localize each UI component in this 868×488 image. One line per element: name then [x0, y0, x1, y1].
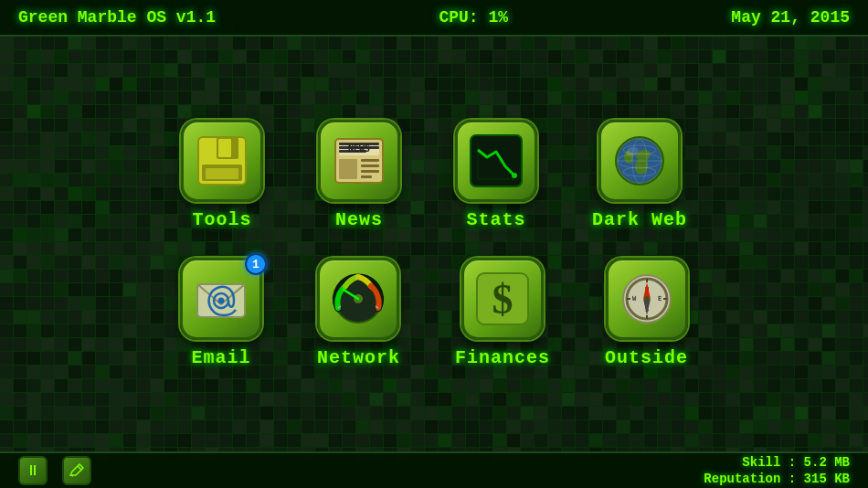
- news-icon-box: NEWS: [318, 120, 400, 202]
- skill-stat: Skill : 5.2 MB: [742, 455, 850, 470]
- edit-button[interactable]: [62, 456, 91, 485]
- finances-icon-box: $: [461, 258, 544, 340]
- news-icon: NEWS: [330, 132, 388, 190]
- svg-rect-2: [218, 139, 231, 157]
- network-label: Network: [317, 347, 400, 368]
- darkweb-icon-item[interactable]: Dark Web: [592, 120, 687, 230]
- darkweb-label: Dark Web: [592, 209, 687, 230]
- network-icon-box: [317, 258, 399, 340]
- outside-icon: N S E W: [618, 270, 676, 328]
- news-icon-item[interactable]: NEWS News: [318, 120, 400, 230]
- stats-icon: [467, 132, 525, 190]
- email-icon-item[interactable]: 1 Email: [180, 258, 262, 368]
- outside-icon-item[interactable]: N S E W Outside: [605, 258, 688, 368]
- svg-point-33: [217, 298, 224, 304]
- network-icon: [329, 270, 387, 328]
- tools-icon-item[interactable]: Tools: [181, 120, 263, 230]
- svg-text:$: $: [492, 276, 513, 323]
- stats-label: Stats: [466, 209, 525, 230]
- svg-point-19: [512, 173, 517, 178]
- outside-label: Outside: [605, 347, 688, 368]
- news-label: News: [335, 209, 383, 230]
- email-icon-box: 1: [180, 258, 262, 340]
- email-icon: [192, 270, 250, 328]
- svg-rect-4: [206, 168, 238, 179]
- cpu-status: CPU: 1%: [439, 8, 508, 27]
- finances-label: Finances: [455, 347, 550, 368]
- email-badge: 1: [245, 253, 267, 275]
- email-label: Email: [191, 347, 250, 368]
- svg-rect-12: [361, 164, 379, 167]
- app-title: Green Marble OS v1.1: [18, 8, 216, 27]
- tools-label: Tools: [192, 209, 251, 230]
- svg-point-54: [644, 296, 650, 302]
- svg-rect-10: [339, 159, 357, 179]
- header-bar: Green Marble OS v1.1 CPU: 1% May 21, 201…: [0, 0, 868, 37]
- footer-controls: ⏸: [18, 456, 91, 485]
- network-icon-item[interactable]: Network: [317, 258, 400, 368]
- date-display: May 21, 2015: [731, 8, 850, 27]
- svg-rect-11: [361, 159, 379, 162]
- stats-icon-box: [455, 120, 537, 202]
- svg-rect-14: [361, 175, 372, 178]
- svg-line-55: [78, 466, 81, 470]
- reputation-stat: Reputation : 315 KB: [704, 472, 850, 486]
- darkweb-icon: [610, 132, 669, 190]
- pencil-icon: [69, 462, 85, 479]
- darkweb-icon-box: [598, 120, 681, 202]
- pause-button[interactable]: ⏸: [18, 456, 48, 485]
- footer-stats: Skill : 5.2 MB Reputation : 315 KB: [704, 455, 850, 486]
- icon-row-1: Tools: [181, 120, 687, 230]
- outside-icon-box: N S E W: [606, 258, 688, 340]
- svg-text:E: E: [657, 295, 661, 302]
- tools-icon-box: [181, 120, 263, 202]
- finances-icon: $: [473, 270, 532, 328]
- svg-rect-13: [361, 170, 379, 173]
- main-content: Tools: [0, 37, 868, 451]
- footer-bar: ⏸ Skill : 5.2 MB Reputation : 315 KB: [0, 451, 868, 488]
- icon-row-2: 1 Email: [180, 258, 688, 368]
- stats-icon-item[interactable]: Stats: [455, 120, 537, 230]
- finances-icon-item[interactable]: $ Finances: [455, 258, 550, 368]
- tools-icon: [193, 132, 251, 190]
- svg-text:NEWS: NEWS: [348, 143, 370, 154]
